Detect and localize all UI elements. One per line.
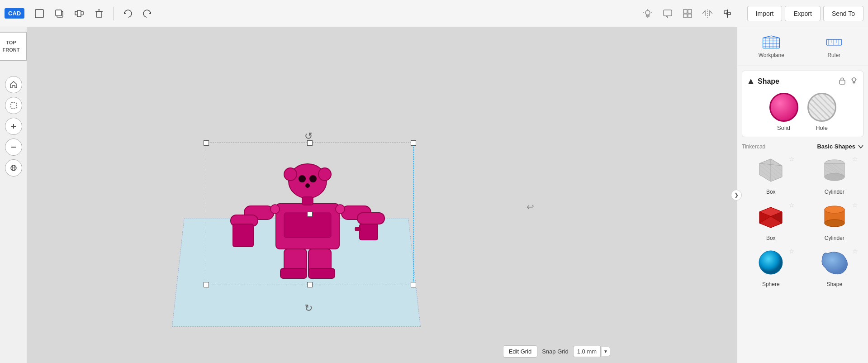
redo-button[interactable] <box>139 5 156 22</box>
star-icon-sphere-blue[interactable]: ☆ <box>789 248 795 255</box>
shape-blue-label: Shape <box>826 281 842 287</box>
fit-view-btn[interactable] <box>5 97 22 114</box>
box-gray-preview <box>753 154 789 186</box>
svg-rect-17 <box>688 10 692 13</box>
canvas-area[interactable]: ↺ ↻ ↩ Edit Grid Snap Grid 1.0 mm ▼ <box>27 27 737 363</box>
shape-item-shape-blue[interactable]: ☆ Shape <box>806 247 864 287</box>
shape-item-box-gray[interactable]: ☆ <box>742 154 800 195</box>
toolbar: CAD <box>0 0 868 27</box>
svg-point-35 <box>318 168 331 181</box>
svg-line-54 <box>763 36 771 38</box>
cylinder-orange-label: Cylinder <box>825 235 844 241</box>
view-cube-front: FRONT <box>3 47 20 53</box>
copy-button[interactable] <box>51 5 68 22</box>
solid-circle[interactable] <box>769 93 798 122</box>
export-button[interactable]: Export <box>785 6 820 21</box>
rotate-bottom-arrow[interactable]: ↻ <box>304 302 313 314</box>
svg-rect-41 <box>233 224 253 247</box>
svg-point-37 <box>309 175 317 182</box>
svg-rect-24 <box>11 103 16 108</box>
cylinder-orange-preview <box>816 201 853 232</box>
svg-rect-16 <box>683 10 687 13</box>
star-icon-cylinder-orange[interactable]: ☆ <box>852 201 858 209</box>
hole-circle[interactable] <box>807 93 836 122</box>
svg-point-34 <box>284 168 297 181</box>
cylinder-gray-preview <box>816 154 853 186</box>
sphere-blue-label: Sphere <box>762 281 780 287</box>
view-cube-top: TOP <box>6 39 16 46</box>
svg-point-51 <box>270 205 280 214</box>
box-red-label: Box <box>766 235 776 241</box>
left-sidebar: TOP FRONT <box>0 27 27 363</box>
shape-item-cylinder-gray[interactable]: ☆ <box>806 154 864 195</box>
svg-rect-70 <box>840 80 845 84</box>
grid-view-btn[interactable] <box>679 5 696 22</box>
svg-rect-49 <box>308 268 335 278</box>
svg-line-55 <box>771 36 779 38</box>
shape-item-cylinder-orange[interactable]: ☆ Cylinder <box>806 201 864 241</box>
shape-item-box-red[interactable]: ☆ Box <box>742 201 800 241</box>
snap-grid-label: Snap Grid <box>542 348 569 355</box>
perspective-btn[interactable] <box>5 159 22 177</box>
svg-point-89 <box>825 173 844 181</box>
shape-panel-title-text: Shape <box>758 77 779 86</box>
solid-option[interactable]: Solid <box>769 93 798 131</box>
app-logo[interactable]: CAD <box>5 8 24 19</box>
svg-rect-44 <box>360 224 378 240</box>
speech-icon-btn[interactable] <box>659 5 676 22</box>
svg-point-36 <box>299 175 306 182</box>
svg-rect-18 <box>683 14 687 18</box>
svg-point-38 <box>305 183 310 188</box>
zoom-in-btn[interactable] <box>5 118 22 135</box>
delete-button[interactable] <box>90 5 108 22</box>
snap-dropdown-arrow[interactable]: ▼ <box>602 347 610 356</box>
import-button[interactable]: Import <box>747 6 783 21</box>
star-icon-box-gray[interactable]: ☆ <box>789 155 795 162</box>
light-icon-btn[interactable] <box>640 5 656 22</box>
collapse-panel-button[interactable]: ❯ <box>731 190 742 201</box>
workplane-button[interactable]: Workplane <box>742 31 801 62</box>
lock-icon[interactable] <box>839 76 846 86</box>
shape-panel-header: Shape <box>748 76 858 86</box>
main-area: TOP FRONT <box>0 27 868 363</box>
light-panel-icon[interactable] <box>850 76 858 86</box>
svg-point-104 <box>759 251 783 274</box>
rotate-top-arrow[interactable]: ↺ <box>304 130 313 142</box>
svg-point-71 <box>852 78 856 81</box>
svg-rect-50 <box>302 197 313 205</box>
star-icon-box-red[interactable]: ☆ <box>789 201 795 209</box>
library-header: Tinkercad Basic Shapes <box>742 143 863 150</box>
hole-option[interactable]: Hole <box>807 93 836 131</box>
align-btn[interactable] <box>719 5 735 22</box>
library-dropdown-button[interactable]: Basic Shapes <box>817 143 863 150</box>
shape-panel-icon-row <box>839 76 858 86</box>
edit-grid-button[interactable]: Edit Grid <box>503 345 538 358</box>
zoom-out-btn[interactable] <box>5 139 22 156</box>
library-category-label: Tinkercad <box>742 143 765 150</box>
new-button[interactable] <box>31 5 48 22</box>
shapes-grid: ☆ <box>742 154 863 287</box>
snap-grid-bar: Edit Grid Snap Grid 1.0 mm ▼ <box>503 345 610 358</box>
snap-value-container[interactable]: 1.0 mm ▼ <box>573 346 610 357</box>
handle-top-left[interactable] <box>204 140 209 146</box>
ruler-button[interactable]: Ruler <box>805 31 864 62</box>
toolbar-view-icons <box>640 5 735 22</box>
home-view-btn[interactable] <box>5 76 22 93</box>
undo-button[interactable] <box>119 5 136 22</box>
shape-blue-preview <box>816 247 853 278</box>
shape-item-sphere-blue[interactable]: ☆ Sphe <box>742 247 800 287</box>
star-icon-shape-blue[interactable]: ☆ <box>852 248 858 255</box>
star-icon-cylinder-gray[interactable]: ☆ <box>852 155 858 162</box>
send-to-button[interactable]: Send To <box>823 6 863 21</box>
shapes-library: Tinkercad Basic Shapes ☆ <box>737 139 868 363</box>
view-cube-box[interactable]: TOP FRONT <box>0 32 27 61</box>
robot-model[interactable] <box>217 140 398 281</box>
hole-label: Hole <box>816 124 828 131</box>
svg-rect-15 <box>664 10 672 16</box>
group-button[interactable] <box>71 5 88 22</box>
solid-label: Solid <box>777 124 790 131</box>
mirror-btn[interactable] <box>699 5 716 22</box>
svg-rect-43 <box>357 213 384 224</box>
handle-top-right[interactable] <box>411 140 416 146</box>
rotate-right-arrow[interactable]: ↩ <box>526 201 534 212</box>
